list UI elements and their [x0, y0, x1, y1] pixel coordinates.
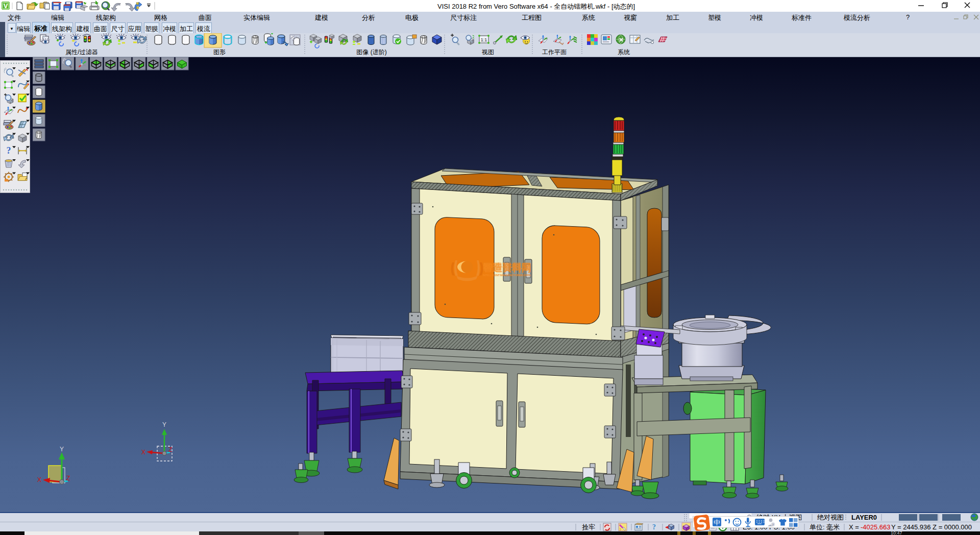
svg-text:?: ? [652, 523, 656, 531]
svg-text:LAYER0: LAYER0 [851, 514, 877, 521]
svg-text:单位: 毫米: 单位: 毫米 [810, 523, 840, 531]
svg-text:中: 中 [714, 519, 720, 526]
svg-text:-4025.663: -4025.663 [861, 523, 891, 531]
svg-text:?: ? [7, 145, 11, 156]
svg-text:1:1: 1:1 [481, 37, 487, 42]
svg-text:X =: X = [849, 523, 859, 531]
svg-text:V: V [4, 2, 8, 10]
svg-text:拴牢: 拴牢 [582, 523, 595, 531]
svg-text:Y = 2445.936 Z = 0000.000: Y = 2445.936 Z = 0000.000 [891, 523, 972, 531]
svg-text:绝对视图: 绝对视图 [817, 514, 844, 521]
